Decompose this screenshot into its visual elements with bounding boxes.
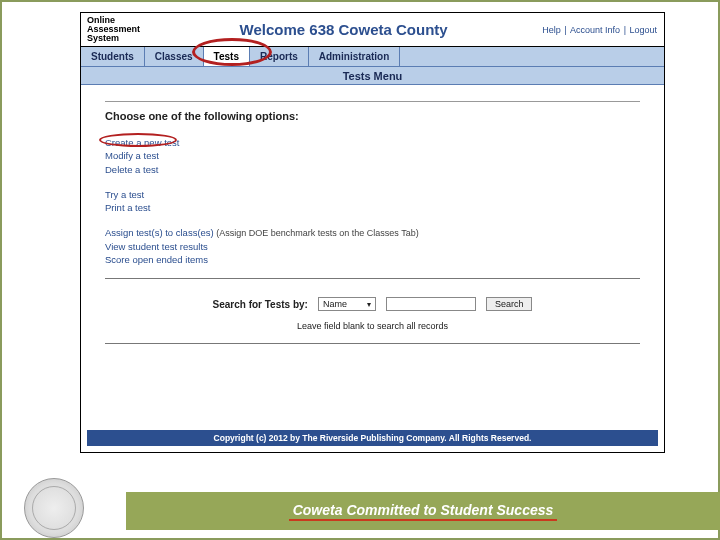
search-row: Search for Tests by: Name Search [105, 297, 640, 311]
logo-line3: System [87, 34, 140, 43]
slide-footer: Coweta Committed to Student Success [0, 492, 720, 530]
choose-header: Choose one of the following options: [105, 101, 640, 136]
assign-test-link[interactable]: Assign test(s) to class(es) [105, 227, 214, 238]
option-group-1: Create a new test Modify a test Delete a… [105, 136, 640, 176]
help-link[interactable]: Help [542, 25, 561, 35]
logout-link[interactable]: Logout [629, 25, 657, 35]
tab-tests[interactable]: Tests [204, 47, 250, 66]
search-label: Search for Tests by: [213, 299, 308, 310]
app-window: Online Assessment System Welcome 638 Cow… [80, 12, 665, 453]
content-area: Choose one of the following options: Cre… [81, 85, 664, 344]
modify-test-link[interactable]: Modify a test [105, 149, 640, 162]
print-test-link[interactable]: Print a test [105, 201, 640, 214]
option-group-3: Assign test(s) to class(es) (Assign DOE … [105, 226, 640, 266]
divider [105, 278, 640, 279]
account-info-link[interactable]: Account Info [570, 25, 620, 35]
tab-classes[interactable]: Classes [145, 47, 204, 66]
submenu-title: Tests Menu [81, 67, 664, 85]
account-links: Help | Account Info | Logout [541, 25, 658, 35]
nav-bar: Students Classes Tests Reports Administr… [81, 47, 664, 67]
option-group-2: Try a test Print a test [105, 188, 640, 215]
footer-green-bar: Coweta Committed to Student Success [126, 492, 720, 530]
try-test-link[interactable]: Try a test [105, 188, 640, 201]
view-results-link[interactable]: View student test results [105, 240, 640, 253]
slide-footer-text: Coweta Committed to Student Success [289, 502, 558, 521]
create-test-link[interactable]: Create a new test [105, 136, 640, 149]
divider-2 [105, 343, 640, 344]
search-button[interactable]: Search [486, 297, 533, 311]
tab-administration[interactable]: Administration [309, 47, 401, 66]
tab-students[interactable]: Students [81, 47, 145, 66]
search-by-select[interactable]: Name [318, 297, 376, 311]
assign-hint: (Assign DOE benchmark tests on the Class… [216, 228, 418, 238]
app-header: Online Assessment System Welcome 638 Cow… [81, 13, 664, 47]
tab-reports[interactable]: Reports [250, 47, 309, 66]
score-items-link[interactable]: Score open ended items [105, 253, 640, 266]
welcome-text: Welcome 638 Coweta County [146, 21, 541, 38]
search-input[interactable] [386, 297, 476, 311]
search-by-value: Name [323, 299, 347, 309]
seal-icon [24, 478, 84, 538]
logo: Online Assessment System [87, 16, 146, 43]
leave-blank-hint: Leave field blank to search all records [105, 321, 640, 331]
copyright-bar: Copyright (c) 2012 by The Riverside Publ… [87, 430, 658, 446]
delete-test-link[interactable]: Delete a test [105, 163, 640, 176]
